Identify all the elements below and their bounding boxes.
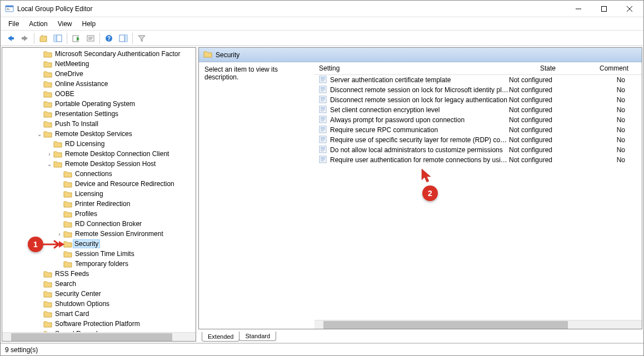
- toolbar-export-button[interactable]: [69, 32, 83, 44]
- policy-icon: [319, 116, 328, 124]
- tree-item[interactable]: Software Protection Platform: [3, 319, 196, 329]
- tree-h-scrollbar[interactable]: [2, 332, 196, 341]
- window-controls: [566, 1, 642, 17]
- tree-item[interactable]: RSS Feeds: [3, 269, 196, 279]
- tree-item[interactable]: Portable Operating System: [3, 99, 196, 109]
- tree-item[interactable]: Search: [3, 279, 196, 289]
- description-prompt: Select an item to view its description.: [204, 66, 278, 81]
- setting-state: Not configured: [509, 126, 587, 134]
- setting-row[interactable]: Always prompt for password upon connecti…: [314, 115, 642, 125]
- tree-item[interactable]: Licensing: [3, 189, 196, 199]
- folder-icon: [43, 70, 52, 78]
- settings-list: Server authentication certificate templa…: [314, 75, 642, 165]
- toolbar-tree-button[interactable]: [51, 32, 64, 44]
- svg-rect-38: [319, 106, 326, 113]
- tree-item[interactable]: Microsoft Secondary Authentication Facto…: [3, 49, 196, 59]
- tree-item[interactable]: ⌄Remote Desktop Session Host: [3, 159, 196, 169]
- tree-item[interactable]: OOBE: [3, 89, 196, 99]
- tree-item-label: Push To Install: [54, 120, 99, 128]
- setting-row[interactable]: Server authentication certificate templa…: [314, 75, 642, 85]
- chevron-down-icon[interactable]: ⌄: [46, 160, 53, 168]
- toolbar-help-button[interactable]: ?: [102, 32, 116, 44]
- tree-item[interactable]: ⌄Remote Desktop Services: [3, 129, 196, 139]
- tab-standard[interactable]: Standard: [239, 332, 276, 341]
- folder-icon: [63, 210, 72, 218]
- statusbar-text: 9 setting(s): [5, 346, 38, 354]
- column-header-setting[interactable]: Setting: [314, 62, 509, 74]
- tree-item[interactable]: Session Time Limits: [3, 249, 196, 259]
- column-header-comment[interactable]: Comment: [587, 62, 642, 74]
- setting-state: Not configured: [509, 76, 587, 84]
- folder-icon: [43, 120, 52, 128]
- toolbar-forward-button[interactable]: [18, 32, 32, 44]
- chevron-right-icon[interactable]: ›: [46, 150, 53, 158]
- tree-item[interactable]: Printer Redirection: [3, 199, 196, 209]
- folder-icon: [63, 250, 72, 258]
- folder-icon: [63, 230, 72, 238]
- setting-name: Disconnect remote session on lock for Mi…: [330, 86, 509, 94]
- setting-comment: No: [587, 106, 642, 114]
- svg-rect-2: [7, 8, 9, 9]
- tree-item[interactable]: OneDrive: [3, 69, 196, 79]
- tree-item[interactable]: Security: [3, 239, 196, 249]
- tree-item-label: Printer Redirection: [74, 200, 131, 208]
- setting-row[interactable]: Set client connection encryption levelNo…: [314, 105, 642, 115]
- tree-item[interactable]: Presentation Settings: [3, 109, 196, 119]
- chevron-right-icon[interactable]: ›: [56, 230, 63, 238]
- settings-h-scrollbar[interactable]: [314, 320, 642, 329]
- tree-item[interactable]: ›Remote Desktop Connection Client: [3, 149, 196, 159]
- tree-item[interactable]: Security Center: [3, 289, 196, 299]
- menu-action[interactable]: Action: [24, 19, 52, 29]
- close-button[interactable]: [617, 1, 642, 17]
- tree-item-label: Temporary folders: [74, 260, 129, 268]
- toolbar-action-pane-button[interactable]: [117, 32, 130, 44]
- tree-item[interactable]: Shutdown Options: [3, 299, 196, 309]
- toolbar-back-button[interactable]: [4, 32, 17, 44]
- tree-item[interactable]: NetMeeting: [3, 59, 196, 69]
- setting-state: Not configured: [509, 156, 587, 164]
- expander-blank: [36, 270, 43, 278]
- setting-name: Always prompt for password upon connecti…: [330, 116, 509, 124]
- column-header-state[interactable]: State: [509, 62, 587, 74]
- tree-item[interactable]: Connections: [3, 169, 196, 179]
- toolbar-filter-button[interactable]: [135, 32, 148, 44]
- setting-comment: No: [587, 146, 642, 154]
- maximize-button[interactable]: [591, 1, 617, 17]
- setting-row[interactable]: Disconnect remote session on lock for le…: [314, 95, 642, 105]
- setting-row[interactable]: Require user authentication for remote c…: [314, 155, 642, 165]
- folder-icon: [63, 240, 72, 248]
- toolbar-refresh-button[interactable]: [84, 32, 97, 44]
- setting-row[interactable]: Disconnect remote session on lock for Mi…: [314, 85, 642, 95]
- menu-help[interactable]: Help: [78, 19, 101, 29]
- tab-extended[interactable]: Extended: [202, 332, 239, 342]
- tree-item[interactable]: RD Licensing: [3, 139, 196, 149]
- tree-item[interactable]: Push To Install: [3, 119, 196, 129]
- tree-item[interactable]: Temporary folders: [3, 259, 196, 269]
- folder-icon: [53, 160, 62, 168]
- expander-blank: [36, 120, 43, 128]
- setting-row[interactable]: Require secure RPC communicationNot conf…: [314, 125, 642, 135]
- tree-item[interactable]: ›Remote Session Environment: [3, 229, 196, 239]
- tree-item[interactable]: RD Connection Broker: [3, 219, 196, 229]
- setting-row[interactable]: Require use of specific security layer f…: [314, 135, 642, 145]
- minimize-button[interactable]: [566, 1, 591, 17]
- tree-pane[interactable]: Microsoft Secondary Authentication Facto…: [2, 47, 196, 342]
- folder-icon: [63, 260, 72, 268]
- window-title: Local Group Policy Editor: [17, 5, 566, 13]
- setting-row[interactable]: Do not allow local administrators to cus…: [314, 145, 642, 155]
- setting-name: Require secure RPC communication: [330, 126, 509, 134]
- setting-comment: No: [587, 126, 642, 134]
- tree-item[interactable]: Device and Resource Redirection: [3, 179, 196, 189]
- chevron-down-icon[interactable]: ⌄: [36, 130, 43, 138]
- tree-item[interactable]: Profiles: [3, 209, 196, 219]
- policy-icon: [319, 136, 328, 144]
- expander-blank: [56, 250, 63, 258]
- tree-item-label: Search: [54, 280, 77, 288]
- tree-item[interactable]: Online Assistance: [3, 79, 196, 89]
- menu-view[interactable]: View: [53, 19, 77, 29]
- tree-item[interactable]: Smart Card: [3, 309, 196, 319]
- menu-file[interactable]: File: [4, 19, 23, 29]
- folder-icon: [43, 290, 52, 298]
- cursor-arrow-icon: [420, 168, 433, 187]
- toolbar-up-button[interactable]: [37, 32, 50, 44]
